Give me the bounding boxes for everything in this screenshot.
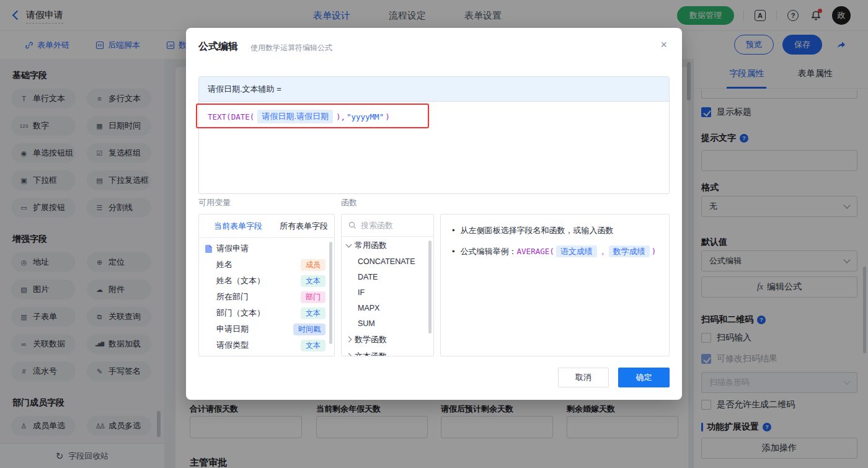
example-chip: 语文成绩 (556, 245, 597, 257)
modal-title: 公式编辑 (198, 40, 238, 53)
search-icon (348, 221, 356, 229)
modal-subtitle: 使用数学运算符编辑公式 (250, 43, 332, 53)
confirm-button[interactable]: 确定 (618, 368, 670, 387)
functions-panel: 搜索函数 常用函数 CONCATENATE DATE IF MAPX SUM 数… (341, 214, 434, 356)
functions-scrollbar[interactable] (428, 241, 432, 333)
formula-editor-modal: 公式编辑 使用数学运算符编辑公式 × 请假日期.文本辅助 = TEXT(DATE… (186, 28, 682, 400)
variable-row[interactable]: 部门（文本）文本 (199, 305, 334, 321)
type-badge: 文本 (301, 275, 326, 287)
function-group-math[interactable]: 数学函数 (342, 331, 433, 348)
hint-text: 从左侧面板选择字段名和函数，或输入函数 (461, 224, 614, 237)
field-variable-chip[interactable]: 请假日期.请假日期 (257, 110, 333, 123)
close-icon[interactable]: × (660, 39, 667, 50)
chevron-right-icon (346, 353, 352, 356)
variable-row[interactable]: 申请日期时间戳 (199, 321, 334, 337)
type-badge: 时间戳 (293, 324, 326, 335)
formula-target: 请假日期.文本辅助 = (199, 77, 669, 102)
document-icon (205, 245, 212, 253)
hint-example: 公式编辑举例：AVERAGE(语文成绩，数学成绩) (461, 245, 657, 258)
chevron-right-icon (346, 337, 352, 343)
example-chip: 数学成绩 (609, 245, 650, 257)
function-item[interactable]: DATE (342, 269, 433, 285)
variable-row[interactable]: 姓名（文本）文本 (199, 273, 334, 289)
form-root-node[interactable]: 请假申请 (199, 241, 334, 257)
formula-expression[interactable]: TEXT(DATE( 请假日期.请假日期 ), "yyyyMM" ) (199, 102, 669, 131)
tab-all-form-fields[interactable]: 所有表单字段 (280, 221, 328, 232)
app-window: 请假申请 表单设计 流程设定 表单设置 数据管理 A ? 政 表单外链 (0, 0, 868, 468)
type-badge: 文本 (301, 307, 326, 319)
variable-row[interactable]: 请假类型文本 (199, 337, 334, 353)
function-item[interactable]: MAPX (342, 300, 433, 316)
functions-label: 函数 (341, 197, 357, 208)
tab-current-form-fields[interactable]: 当前表单字段 (214, 221, 262, 232)
function-group-text[interactable]: 文本函数 (342, 348, 433, 356)
function-search-input[interactable]: 搜索函数 (342, 214, 433, 237)
variables-panel: 当前表单字段 所有表单字段 请假申请 姓名成员 姓名（文本）文本 所在部门部门 … (198, 214, 335, 356)
variables-label: 可用变量 (198, 197, 231, 208)
function-item[interactable]: SUM (342, 316, 433, 331)
formula-editor[interactable]: 请假日期.文本辅助 = TEXT(DATE( 请假日期.请假日期 ), "yyy… (198, 76, 670, 194)
variable-row[interactable]: 姓名成员 (199, 257, 334, 273)
chevron-down-icon (346, 241, 352, 247)
hints-panel: 从左侧面板选择字段名和函数，或输入函数 公式编辑举例：AVERAGE(语文成绩，… (440, 214, 670, 356)
type-badge: 部门 (301, 291, 326, 303)
type-badge: 成员 (301, 259, 326, 271)
function-item[interactable]: CONCATENATE (342, 254, 433, 269)
variable-row[interactable]: 所在部门部门 (199, 289, 334, 305)
cancel-button[interactable]: 取消 (558, 368, 609, 387)
variables-scrollbar[interactable] (329, 242, 332, 344)
function-item[interactable]: IF (342, 285, 433, 300)
type-badge: 文本 (301, 340, 326, 351)
function-group-common[interactable]: 常用函数 (342, 237, 433, 254)
